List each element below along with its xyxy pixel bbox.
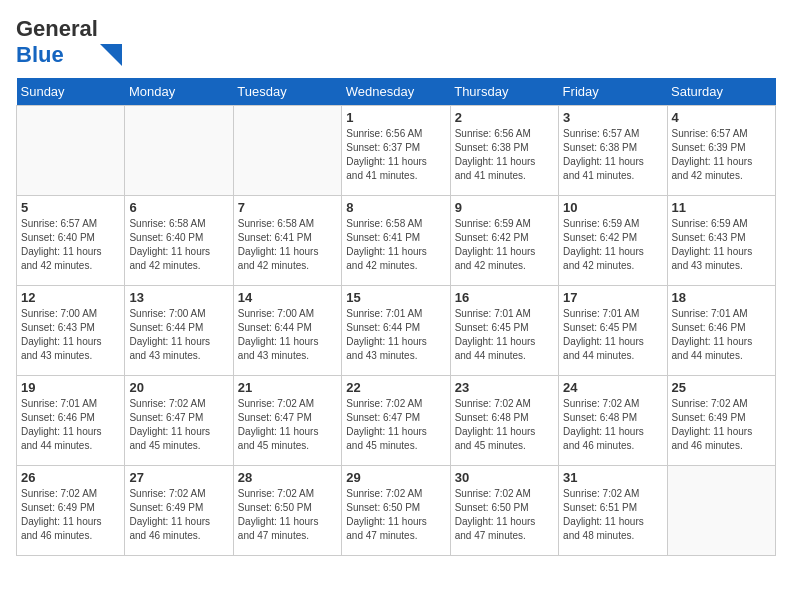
day-info: Sunrise: 7:02 AMSunset: 6:47 PMDaylight:… (346, 397, 445, 453)
day-info: Sunrise: 7:01 AMSunset: 6:45 PMDaylight:… (455, 307, 554, 363)
day-number: 31 (563, 470, 662, 485)
calendar-cell: 4Sunrise: 6:57 AMSunset: 6:39 PMDaylight… (667, 106, 775, 196)
calendar-cell: 9Sunrise: 6:59 AMSunset: 6:42 PMDaylight… (450, 196, 558, 286)
day-info: Sunrise: 6:57 AMSunset: 6:39 PMDaylight:… (672, 127, 771, 183)
day-number: 7 (238, 200, 337, 215)
day-info: Sunrise: 6:58 AMSunset: 6:40 PMDaylight:… (129, 217, 228, 273)
weekday-header-monday: Monday (125, 78, 233, 106)
weekday-header-saturday: Saturday (667, 78, 775, 106)
calendar-cell: 23Sunrise: 7:02 AMSunset: 6:48 PMDayligh… (450, 376, 558, 466)
day-info: Sunrise: 6:58 AMSunset: 6:41 PMDaylight:… (238, 217, 337, 273)
day-info: Sunrise: 6:56 AMSunset: 6:37 PMDaylight:… (346, 127, 445, 183)
calendar-cell: 17Sunrise: 7:01 AMSunset: 6:45 PMDayligh… (559, 286, 667, 376)
calendar-week-row: 19Sunrise: 7:01 AMSunset: 6:46 PMDayligh… (17, 376, 776, 466)
logo-blue: Blue (16, 42, 64, 67)
calendar-cell: 10Sunrise: 6:59 AMSunset: 6:42 PMDayligh… (559, 196, 667, 286)
weekday-header-sunday: Sunday (17, 78, 125, 106)
calendar-cell: 18Sunrise: 7:01 AMSunset: 6:46 PMDayligh… (667, 286, 775, 376)
calendar-cell: 28Sunrise: 7:02 AMSunset: 6:50 PMDayligh… (233, 466, 341, 556)
weekday-header-wednesday: Wednesday (342, 78, 450, 106)
day-info: Sunrise: 7:00 AMSunset: 6:44 PMDaylight:… (129, 307, 228, 363)
calendar-cell (17, 106, 125, 196)
day-info: Sunrise: 6:57 AMSunset: 6:38 PMDaylight:… (563, 127, 662, 183)
calendar-cell: 11Sunrise: 6:59 AMSunset: 6:43 PMDayligh… (667, 196, 775, 286)
calendar-cell: 27Sunrise: 7:02 AMSunset: 6:49 PMDayligh… (125, 466, 233, 556)
calendar-cell: 3Sunrise: 6:57 AMSunset: 6:38 PMDaylight… (559, 106, 667, 196)
day-number: 3 (563, 110, 662, 125)
day-info: Sunrise: 7:02 AMSunset: 6:48 PMDaylight:… (455, 397, 554, 453)
day-number: 21 (238, 380, 337, 395)
day-number: 11 (672, 200, 771, 215)
calendar-cell: 20Sunrise: 7:02 AMSunset: 6:47 PMDayligh… (125, 376, 233, 466)
day-info: Sunrise: 7:00 AMSunset: 6:43 PMDaylight:… (21, 307, 120, 363)
day-info: Sunrise: 7:01 AMSunset: 6:45 PMDaylight:… (563, 307, 662, 363)
day-number: 15 (346, 290, 445, 305)
logo: General Blue (16, 16, 122, 68)
day-number: 27 (129, 470, 228, 485)
day-number: 13 (129, 290, 228, 305)
calendar-cell: 22Sunrise: 7:02 AMSunset: 6:47 PMDayligh… (342, 376, 450, 466)
calendar-cell: 2Sunrise: 6:56 AMSunset: 6:38 PMDaylight… (450, 106, 558, 196)
calendar-cell: 16Sunrise: 7:01 AMSunset: 6:45 PMDayligh… (450, 286, 558, 376)
day-info: Sunrise: 7:02 AMSunset: 6:49 PMDaylight:… (672, 397, 771, 453)
day-number: 12 (21, 290, 120, 305)
page-header: General Blue (16, 16, 776, 68)
day-info: Sunrise: 7:02 AMSunset: 6:51 PMDaylight:… (563, 487, 662, 543)
day-info: Sunrise: 7:00 AMSunset: 6:44 PMDaylight:… (238, 307, 337, 363)
day-number: 14 (238, 290, 337, 305)
day-number: 8 (346, 200, 445, 215)
calendar-cell: 7Sunrise: 6:58 AMSunset: 6:41 PMDaylight… (233, 196, 341, 286)
day-number: 20 (129, 380, 228, 395)
calendar-cell: 12Sunrise: 7:00 AMSunset: 6:43 PMDayligh… (17, 286, 125, 376)
day-number: 9 (455, 200, 554, 215)
calendar-week-row: 5Sunrise: 6:57 AMSunset: 6:40 PMDaylight… (17, 196, 776, 286)
calendar-cell: 29Sunrise: 7:02 AMSunset: 6:50 PMDayligh… (342, 466, 450, 556)
day-info: Sunrise: 7:02 AMSunset: 6:47 PMDaylight:… (238, 397, 337, 453)
day-info: Sunrise: 7:01 AMSunset: 6:46 PMDaylight:… (21, 397, 120, 453)
calendar-cell: 15Sunrise: 7:01 AMSunset: 6:44 PMDayligh… (342, 286, 450, 376)
calendar-week-row: 26Sunrise: 7:02 AMSunset: 6:49 PMDayligh… (17, 466, 776, 556)
calendar-cell (125, 106, 233, 196)
day-info: Sunrise: 7:02 AMSunset: 6:50 PMDaylight:… (455, 487, 554, 543)
day-number: 5 (21, 200, 120, 215)
day-info: Sunrise: 6:59 AMSunset: 6:42 PMDaylight:… (563, 217, 662, 273)
calendar-cell: 21Sunrise: 7:02 AMSunset: 6:47 PMDayligh… (233, 376, 341, 466)
calendar-cell: 31Sunrise: 7:02 AMSunset: 6:51 PMDayligh… (559, 466, 667, 556)
logo-triangle-icon (100, 44, 122, 66)
day-info: Sunrise: 6:59 AMSunset: 6:43 PMDaylight:… (672, 217, 771, 273)
day-number: 30 (455, 470, 554, 485)
day-number: 10 (563, 200, 662, 215)
day-number: 24 (563, 380, 662, 395)
calendar-week-row: 12Sunrise: 7:00 AMSunset: 6:43 PMDayligh… (17, 286, 776, 376)
calendar-cell: 6Sunrise: 6:58 AMSunset: 6:40 PMDaylight… (125, 196, 233, 286)
day-info: Sunrise: 6:56 AMSunset: 6:38 PMDaylight:… (455, 127, 554, 183)
weekday-header-thursday: Thursday (450, 78, 558, 106)
calendar-cell (667, 466, 775, 556)
day-number: 2 (455, 110, 554, 125)
day-info: Sunrise: 6:58 AMSunset: 6:41 PMDaylight:… (346, 217, 445, 273)
calendar-cell: 14Sunrise: 7:00 AMSunset: 6:44 PMDayligh… (233, 286, 341, 376)
calendar-cell: 30Sunrise: 7:02 AMSunset: 6:50 PMDayligh… (450, 466, 558, 556)
weekday-header-friday: Friday (559, 78, 667, 106)
logo-general: General (16, 16, 98, 41)
day-number: 1 (346, 110, 445, 125)
weekday-header-tuesday: Tuesday (233, 78, 341, 106)
day-number: 22 (346, 380, 445, 395)
calendar-cell: 13Sunrise: 7:00 AMSunset: 6:44 PMDayligh… (125, 286, 233, 376)
calendar-cell: 26Sunrise: 7:02 AMSunset: 6:49 PMDayligh… (17, 466, 125, 556)
calendar-week-row: 1Sunrise: 6:56 AMSunset: 6:37 PMDaylight… (17, 106, 776, 196)
calendar-cell: 1Sunrise: 6:56 AMSunset: 6:37 PMDaylight… (342, 106, 450, 196)
calendar-cell (233, 106, 341, 196)
day-number: 17 (563, 290, 662, 305)
day-info: Sunrise: 7:02 AMSunset: 6:49 PMDaylight:… (21, 487, 120, 543)
day-info: Sunrise: 7:02 AMSunset: 6:49 PMDaylight:… (129, 487, 228, 543)
day-number: 16 (455, 290, 554, 305)
day-number: 23 (455, 380, 554, 395)
day-number: 28 (238, 470, 337, 485)
calendar-cell: 8Sunrise: 6:58 AMSunset: 6:41 PMDaylight… (342, 196, 450, 286)
calendar-cell: 24Sunrise: 7:02 AMSunset: 6:48 PMDayligh… (559, 376, 667, 466)
weekday-header-row: SundayMondayTuesdayWednesdayThursdayFrid… (17, 78, 776, 106)
day-info: Sunrise: 7:02 AMSunset: 6:50 PMDaylight:… (346, 487, 445, 543)
day-number: 6 (129, 200, 228, 215)
day-info: Sunrise: 7:02 AMSunset: 6:47 PMDaylight:… (129, 397, 228, 453)
